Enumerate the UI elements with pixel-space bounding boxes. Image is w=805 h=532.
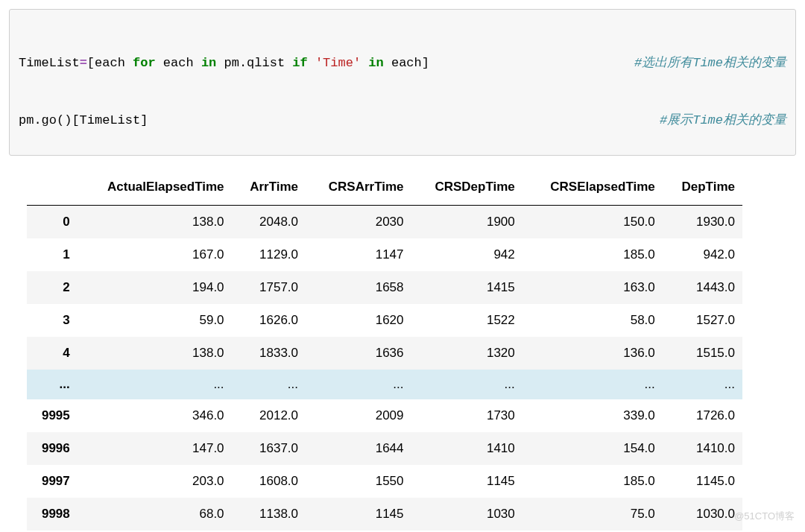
code-line-2: pm.go()[TimeList] #展示Time相关的变量	[19, 111, 786, 130]
cell: 1757.0	[232, 271, 306, 304]
column-header: CRSElapsedTime	[523, 171, 663, 206]
cell: 1145.0	[663, 465, 742, 498]
cell: 1147	[306, 238, 411, 271]
cell: ...	[411, 370, 523, 399]
cell: 1726.0	[663, 399, 742, 432]
cell: 1644	[306, 432, 411, 465]
dataframe-table: ActualElapsedTime ArrTime CRSArrTime CRS…	[27, 171, 742, 533]
cell: 1522	[411, 304, 523, 337]
cell: 1410	[411, 432, 523, 465]
table-row: 999868.01138.01145103075.01030.0	[27, 498, 742, 531]
column-header: ActualElapsedTime	[78, 171, 232, 206]
row-index: 0	[27, 205, 78, 238]
cell: 1608.0	[232, 465, 306, 498]
dataframe-body: 0138.02048.020301900150.01930.01167.0112…	[27, 205, 742, 532]
table-row: 2194.01757.016581415163.01443.0	[27, 271, 742, 304]
code-cell: TimeList=[each for each in pm.qlist if '…	[9, 9, 796, 156]
cell: 167.0	[78, 238, 232, 271]
cell: 154.0	[523, 432, 663, 465]
cell: 1527.0	[663, 304, 742, 337]
cell: 2030	[306, 205, 411, 238]
cell: 1626.0	[232, 304, 306, 337]
cell: 2048.0	[232, 205, 306, 238]
cell: 150.0	[523, 205, 663, 238]
code-line-1-code: TimeList=[each for each in pm.qlist if '…	[19, 54, 429, 73]
code-line-1: TimeList=[each for each in pm.qlist if '…	[19, 54, 786, 73]
cell: 147.0	[78, 432, 232, 465]
cell: 1658	[306, 271, 411, 304]
cell: 185.0	[523, 238, 663, 271]
row-index: ...	[27, 370, 78, 399]
cell: 1620	[306, 304, 411, 337]
cell: 1145	[306, 498, 411, 531]
watermark: @51CTO博客	[734, 510, 795, 523]
table-row: .....................	[27, 370, 742, 399]
table-row: 9996147.01637.016441410154.01410.0	[27, 432, 742, 465]
cell: 138.0	[78, 205, 232, 238]
column-header: ArrTime	[232, 171, 306, 206]
cell: 136.0	[523, 337, 663, 370]
cell: 1900	[411, 205, 523, 238]
cell: ...	[306, 370, 411, 399]
table-row: 9995346.02012.020091730339.01726.0	[27, 399, 742, 432]
cell: 163.0	[523, 271, 663, 304]
cell: 1636	[306, 337, 411, 370]
cell: 1030.0	[663, 498, 742, 531]
column-header: CRSDepTime	[411, 171, 523, 206]
column-header: CRSArrTime	[306, 171, 411, 206]
cell: 1833.0	[232, 337, 306, 370]
table-row: 4138.01833.016361320136.01515.0	[27, 337, 742, 370]
dataframe-output: ActualElapsedTime ArrTime CRSArrTime CRS…	[9, 171, 796, 533]
cell: 194.0	[78, 271, 232, 304]
cell: 1145	[411, 465, 523, 498]
cell: 1410.0	[663, 432, 742, 465]
cell: 68.0	[78, 498, 232, 531]
cell: 1443.0	[663, 271, 742, 304]
cell: ...	[78, 370, 232, 399]
cell: 1320	[411, 337, 523, 370]
cell: 138.0	[78, 337, 232, 370]
cell: 942.0	[663, 238, 742, 271]
row-index: 9996	[27, 432, 78, 465]
cell: 1030	[411, 498, 523, 531]
row-index: 9997	[27, 465, 78, 498]
table-row: 0138.02048.020301900150.01930.0	[27, 205, 742, 238]
code-line-1-comment: #选出所有Time相关的变量	[634, 54, 786, 73]
cell: 346.0	[78, 399, 232, 432]
cell: 58.0	[523, 304, 663, 337]
table-row: 359.01626.01620152258.01527.0	[27, 304, 742, 337]
cell: 59.0	[78, 304, 232, 337]
cell: 1637.0	[232, 432, 306, 465]
header-row: ActualElapsedTime ArrTime CRSArrTime CRS…	[27, 171, 742, 206]
cell: 2009	[306, 399, 411, 432]
cell: 203.0	[78, 465, 232, 498]
index-header	[27, 171, 78, 206]
cell: 75.0	[523, 498, 663, 531]
dataframe-header: ActualElapsedTime ArrTime CRSArrTime CRS…	[27, 171, 742, 206]
cell: 1138.0	[232, 498, 306, 531]
column-header: DepTime	[663, 171, 742, 206]
code-line-2-code: pm.go()[TimeList]	[19, 111, 148, 130]
cell: 185.0	[523, 465, 663, 498]
row-index: 4	[27, 337, 78, 370]
cell: 2012.0	[232, 399, 306, 432]
code-line-2-comment: #展示Time相关的变量	[660, 111, 786, 130]
row-index: 1	[27, 238, 78, 271]
cell: ...	[523, 370, 663, 399]
cell: 339.0	[523, 399, 663, 432]
cell: 1550	[306, 465, 411, 498]
cell: 1730	[411, 399, 523, 432]
row-index: 9998	[27, 498, 78, 531]
row-index: 2	[27, 271, 78, 304]
cell: ...	[232, 370, 306, 399]
row-index: 9995	[27, 399, 78, 432]
cell: 942	[411, 238, 523, 271]
cell: 1415	[411, 271, 523, 304]
cell: 1930.0	[663, 205, 742, 238]
cell: 1515.0	[663, 337, 742, 370]
table-row: 1167.01129.01147942185.0942.0	[27, 238, 742, 271]
cell: ...	[663, 370, 742, 399]
cell: 1129.0	[232, 238, 306, 271]
table-row: 9997203.01608.015501145185.01145.0	[27, 465, 742, 498]
row-index: 3	[27, 304, 78, 337]
